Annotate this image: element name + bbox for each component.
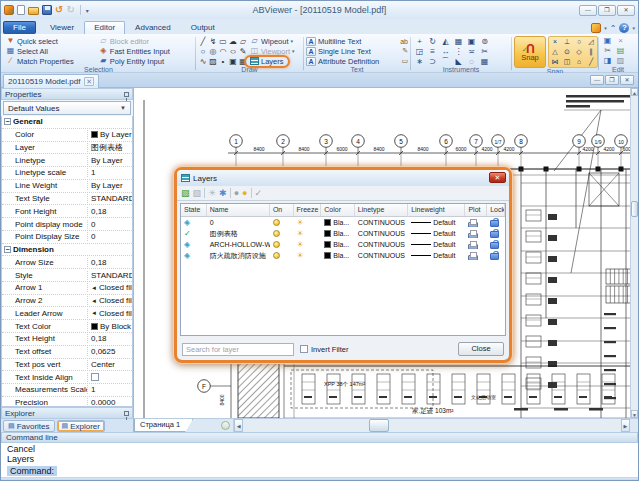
- ribbon-button-quick-select[interactable]: ▼Quick select: [4, 36, 97, 46]
- rotate-icon[interactable]: ↻: [426, 37, 439, 46]
- minimize-ribbon-icon[interactable]: ⌃: [610, 24, 617, 33]
- snap-center-icon[interactable]: ○: [573, 37, 585, 47]
- tab-file[interactable]: File: [3, 21, 36, 34]
- align-icon[interactable]: ≡: [426, 47, 439, 56]
- snap-insertion-icon[interactable]: ◫: [561, 57, 573, 67]
- ribbon-button-viewport[interactable]: ◫Viewport▾: [248, 47, 297, 56]
- delete-icon[interactable]: ×: [614, 36, 627, 46]
- layer-linetype[interactable]: CONTINUOUS: [358, 230, 405, 237]
- attribute-icon[interactable]: ▭: [401, 57, 408, 65]
- delete-layer-icon[interactable]: ▧: [193, 188, 202, 198]
- layer-color-swatch[interactable]: [324, 241, 331, 248]
- lock-icon[interactable]: [490, 229, 498, 238]
- close-button[interactable]: ✕: [617, 5, 635, 16]
- panel-tab-favorites[interactable]: ▤Favorites: [3, 420, 55, 432]
- layer-color-swatch[interactable]: [324, 230, 331, 237]
- ribbon-button-wipeout[interactable]: ▱Wipeout▾: [248, 37, 295, 46]
- circle-icon[interactable]: ○: [198, 47, 208, 56]
- column-header-plot[interactable]: Plot: [465, 204, 487, 216]
- layer-freeze-sun-icon[interactable]: ☀: [297, 230, 304, 238]
- column-header-lineweight[interactable]: Lineweight: [408, 204, 465, 216]
- scroll-down-icon[interactable]: ▼: [631, 410, 638, 418]
- property-row-text-color[interactable]: Text ColorBy Block: [2, 320, 132, 333]
- snap-midpoint-icon[interactable]: △: [549, 47, 561, 57]
- copy-icon[interactable]: ▣: [601, 36, 614, 46]
- edit-text-icon[interactable]: ✎: [402, 47, 408, 55]
- ribbon-button-poly-entity-input[interactable]: ▰Poly Entity Input: [97, 56, 193, 66]
- properties-preset-dropdown[interactable]: Default Values ▼: [3, 101, 131, 115]
- plot-printer-icon[interactable]: [468, 219, 478, 227]
- property-section-dimension[interactable]: −Dimension: [2, 244, 132, 257]
- tab-editor[interactable]: Editor: [84, 21, 125, 34]
- explode-icon[interactable]: ∗: [413, 57, 426, 66]
- hatch-icon[interactable]: ▨: [208, 57, 218, 66]
- revision-cloud-icon[interactable]: ☁: [228, 37, 238, 46]
- page-tab[interactable]: Страница 1: [134, 419, 193, 432]
- invert-filter-checkbox[interactable]: [300, 345, 308, 353]
- scroll-left-icon[interactable]: ◀: [234, 419, 243, 432]
- property-row-text-inside-align[interactable]: Text Inside Align: [2, 371, 132, 384]
- undo-icon[interactable]: ↺: [55, 5, 63, 15]
- freeze-icon[interactable]: ✱: [219, 188, 227, 198]
- region-icon[interactable]: ▱: [238, 37, 248, 46]
- property-row-color[interactable]: ColorBy Layer: [2, 129, 132, 142]
- polyline-icon[interactable]: ↯: [208, 37, 218, 46]
- line-icon[interactable]: ╱: [198, 37, 208, 46]
- dropdown-caret-icon[interactable]: ▾: [292, 48, 295, 54]
- dropdown-caret-icon[interactable]: ▾: [291, 38, 294, 44]
- snap-tangent-icon[interactable]: ◿: [585, 37, 597, 47]
- ribbon-button-fast-entities-input[interactable]: ◈Fast Entities Input: [97, 46, 193, 56]
- column-header-linetype[interactable]: Linetype: [355, 204, 408, 216]
- erase-icon[interactable]: ▨: [614, 56, 627, 66]
- plot-printer-icon[interactable]: [468, 252, 478, 260]
- donut-icon[interactable]: ◎: [208, 47, 218, 56]
- lock-icon[interactable]: [490, 240, 498, 249]
- column-header-on[interactable]: On: [270, 204, 294, 216]
- property-row-point-display-size[interactable]: Point Display Size0: [2, 231, 132, 244]
- snap-nearest-icon[interactable]: ⌂: [573, 57, 585, 67]
- column-header-state[interactable]: State: [181, 204, 207, 216]
- property-row-linetype[interactable]: LinetypeBy Layer: [2, 154, 132, 167]
- property-row-text-height[interactable]: Text Height0,18: [2, 333, 132, 346]
- chamfer-icon[interactable]: ◣: [452, 57, 465, 66]
- child-restore-button[interactable]: ❒: [605, 75, 619, 85]
- spline-icon[interactable]: ∿: [198, 57, 208, 66]
- property-row-text-style[interactable]: Text StyleSTANDARD: [2, 193, 132, 206]
- checkbox[interactable]: [91, 373, 99, 381]
- layer-off-icon[interactable]: ●: [234, 188, 239, 198]
- dialog-close-icon[interactable]: ✕: [489, 172, 506, 183]
- property-row-line-weight[interactable]: Line WeightBy Layer: [2, 180, 132, 193]
- ribbon-button-block-editor[interactable]: ▱Block editor: [97, 36, 193, 46]
- tab-advanced[interactable]: Advanced: [125, 21, 181, 34]
- property-row-linetype-scale[interactable]: Linetype scale1: [2, 167, 132, 180]
- column-header-freeze[interactable]: Freeze: [294, 204, 322, 216]
- layer-linetype[interactable]: CONTINUOUS: [358, 241, 405, 248]
- property-row-leader-arrow[interactable]: Leader Arrow◄Closed filled: [2, 307, 132, 320]
- snap-toggle-button[interactable]: U✓Snap: [514, 36, 546, 68]
- lock-icon[interactable]: [490, 218, 498, 227]
- property-row-arrow-2[interactable]: Arrow 2◄Closed filled: [2, 295, 132, 308]
- scale-icon[interactable]: ◲: [413, 47, 426, 56]
- ribbon-button-attribute-definition[interactable]: AAttribute Definition▭: [306, 56, 408, 66]
- layer-on-icon[interactable]: ●: [242, 188, 247, 198]
- offset-icon[interactable]: ⊚: [478, 37, 491, 46]
- snap-parallel-icon[interactable]: ∥: [585, 47, 597, 57]
- table-icon[interactable]: ▦: [238, 57, 248, 66]
- revcloud-icon[interactable]: ◌: [465, 57, 478, 66]
- column-header-lock[interactable]: Lock: [487, 204, 505, 216]
- property-row-precision[interactable]: Precision0.0000: [2, 397, 132, 407]
- scroll-up-icon[interactable]: ▲: [631, 88, 638, 96]
- stretch-icon[interactable]: ↔: [439, 47, 452, 56]
- property-row-style[interactable]: StyleSTANDARD: [2, 269, 132, 282]
- child-close-button[interactable]: ✕: [620, 75, 634, 85]
- restore-button[interactable]: ❒: [598, 5, 616, 16]
- layer-linetype[interactable]: CONTINUOUS: [358, 252, 405, 259]
- command-history[interactable]: CancelLayersCommand:: [1, 443, 638, 477]
- pin-icon[interactable]: [124, 411, 129, 416]
- vertical-scroll-thumb[interactable]: [631, 201, 638, 217]
- snap-endpoint-icon[interactable]: ×: [549, 37, 561, 47]
- mirror-icon[interactable]: ◭: [439, 37, 452, 46]
- measure-icon[interactable]: ≍: [465, 47, 478, 56]
- divide-icon[interactable]: ⋮: [452, 47, 465, 56]
- layer-on-bulb-icon[interactable]: [273, 230, 280, 237]
